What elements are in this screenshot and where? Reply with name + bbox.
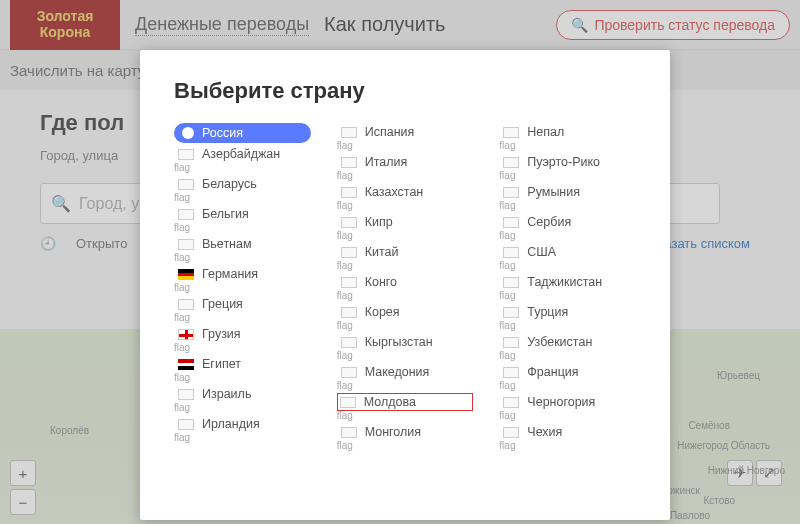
flag-label: flag [499, 350, 636, 361]
country-name: Беларусь [202, 177, 257, 191]
flag-label: flag [174, 282, 311, 293]
flag-label: flag [499, 170, 636, 181]
country-name: Франция [527, 365, 578, 379]
country-name: Китай [365, 245, 399, 259]
country-name: США [527, 245, 556, 259]
flag-icon [340, 397, 356, 408]
country-name: Бельгия [202, 207, 249, 221]
flag-label: flag [499, 260, 636, 271]
flag-icon [341, 157, 357, 168]
flag-label: flag [337, 440, 474, 451]
flag-label: flag [337, 320, 474, 331]
country-item[interactable]: СШАflag [499, 242, 636, 272]
flag-label: flag [174, 372, 311, 383]
flag-icon [503, 247, 519, 258]
country-col-3: НепалflagПуэрто-РикоflagРумынияflagСерби… [499, 122, 636, 452]
modal-title: Выберите страну [174, 78, 636, 104]
country-item[interactable]: Россия [174, 122, 311, 144]
country-name: Македония [365, 365, 430, 379]
flag-icon [182, 127, 194, 139]
flag-label: flag [337, 170, 474, 181]
country-item[interactable]: Ирландияflag [174, 414, 311, 444]
flag-icon [503, 367, 519, 378]
flag-label: flag [174, 312, 311, 323]
country-name: Италия [365, 155, 408, 169]
country-item[interactable]: Казахстанflag [337, 182, 474, 212]
country-item[interactable]: Беларусьflag [174, 174, 311, 204]
country-name: Непал [527, 125, 564, 139]
country-name: Молдова [364, 395, 416, 409]
country-item[interactable]: Египетflag [174, 354, 311, 384]
country-name: Конго [365, 275, 397, 289]
flag-icon [503, 157, 519, 168]
flag-icon [178, 179, 194, 190]
flag-icon [178, 209, 194, 220]
country-modal: Выберите страну РоссияАзербайджанflagБел… [140, 50, 670, 520]
country-item[interactable]: Грузияflag [174, 324, 311, 354]
flag-icon [178, 149, 194, 160]
flag-label: flag [499, 230, 636, 241]
country-item[interactable]: Сербияflag [499, 212, 636, 242]
country-name: Узбекистан [527, 335, 592, 349]
flag-icon [341, 217, 357, 228]
country-item[interactable]: Германияflag [174, 264, 311, 294]
flag-icon [503, 307, 519, 318]
country-name: Германия [202, 267, 258, 281]
country-item[interactable]: Кипрflag [337, 212, 474, 242]
country-item[interactable]: Непалflag [499, 122, 636, 152]
country-col-2: ИспанияflagИталияflagКазахстанflagКипрfl… [337, 122, 474, 452]
flag-icon [341, 277, 357, 288]
flag-label: flag [337, 380, 474, 391]
country-item[interactable]: Чехияflag [499, 422, 636, 452]
flag-icon [503, 337, 519, 348]
flag-icon [503, 277, 519, 288]
country-item[interactable]: Пуэрто-Рикоflag [499, 152, 636, 182]
country-item[interactable]: Македонияflag [337, 362, 474, 392]
flag-label: flag [337, 350, 474, 361]
country-name: Египет [202, 357, 241, 371]
country-item[interactable]: Бельгияflag [174, 204, 311, 234]
country-item[interactable]: Узбекистанflag [499, 332, 636, 362]
country-item[interactable]: Турцияflag [499, 302, 636, 332]
flag-label: flag [174, 252, 311, 263]
flag-icon [341, 187, 357, 198]
country-name: Сербия [527, 215, 571, 229]
country-item[interactable]: Молдоваflag [337, 392, 474, 422]
flag-icon [341, 307, 357, 318]
country-name: Турция [527, 305, 568, 319]
flag-icon [178, 299, 194, 310]
country-item[interactable]: Кыргызстанflag [337, 332, 474, 362]
flag-label: flag [499, 380, 636, 391]
country-item[interactable]: Монголияflag [337, 422, 474, 452]
flag-icon [178, 389, 194, 400]
flag-icon [341, 367, 357, 378]
country-item[interactable]: Израильflag [174, 384, 311, 414]
country-item[interactable]: Грецияflag [174, 294, 311, 324]
flag-label: flag [499, 320, 636, 331]
country-item[interactable]: Францияflag [499, 362, 636, 392]
flag-label: flag [499, 410, 636, 421]
flag-label: flag [499, 290, 636, 301]
country-item[interactable]: Италияflag [337, 152, 474, 182]
flag-label: flag [174, 222, 311, 233]
flag-label: flag [174, 432, 311, 443]
country-item[interactable]: Черногорияflag [499, 392, 636, 422]
country-item[interactable]: Таджикистанflag [499, 272, 636, 302]
country-item[interactable]: Китайflag [337, 242, 474, 272]
country-item[interactable]: Конгоflag [337, 272, 474, 302]
country-item[interactable]: Азербайджанflag [174, 144, 311, 174]
country-columns: РоссияАзербайджанflagБеларусьflagБельгия… [174, 122, 636, 452]
country-item[interactable]: Румынияflag [499, 182, 636, 212]
country-item[interactable]: Кореяflag [337, 302, 474, 332]
flag-icon [178, 419, 194, 430]
flag-label: flag [337, 260, 474, 271]
flag-label: flag [337, 230, 474, 241]
flag-label: flag [337, 140, 474, 151]
flag-icon [178, 269, 194, 280]
country-name: Черногория [527, 395, 595, 409]
flag-icon [178, 239, 194, 250]
country-item[interactable]: Испанияflag [337, 122, 474, 152]
country-item[interactable]: Вьетнамflag [174, 234, 311, 264]
flag-label: flag [499, 140, 636, 151]
country-name: Израиль [202, 387, 251, 401]
